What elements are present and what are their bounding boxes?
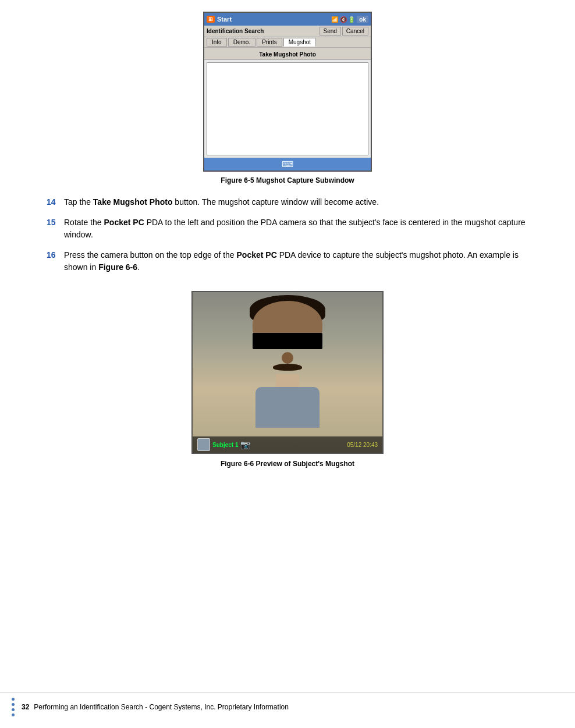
step-16: 16 Press the camera button on the top ed… <box>47 249 540 274</box>
step-16-number: 16 <box>47 249 64 274</box>
ok-button[interactable]: ok <box>357 16 368 23</box>
status-left: Subject 1 📷 <box>197 438 250 451</box>
bold-take-mugshot: Take Mugshot Photo <box>93 197 173 207</box>
tab-demo[interactable]: Demo. <box>228 38 255 47</box>
footer-dot-3 <box>12 708 15 711</box>
tab-prints[interactable]: Prints <box>257 38 282 47</box>
subject-label: Subject 1 <box>212 442 238 448</box>
page-number: 32 <box>22 703 29 711</box>
face-shirt <box>255 387 320 428</box>
windows-logo: ⊞ <box>207 16 215 23</box>
thumbnail-icon <box>197 438 210 451</box>
title-bar-right: 📶 🔇 🔋 ok <box>331 16 368 23</box>
page-footer: 32 Performing an Identification Search -… <box>0 693 575 716</box>
title-bar-left: ⊞ Start <box>207 16 232 23</box>
camera-icon: 📷 <box>240 440 250 449</box>
step-15-number: 15 <box>47 216 64 241</box>
cancel-button[interactable]: Cancel <box>342 27 368 35</box>
footer-dot-2 <box>12 703 15 706</box>
steps-container: 14 Tap the Take Mugshot Photo button. Th… <box>47 196 540 274</box>
device-screenshot-bottom: Subject 1 📷 05/12 20:43 <box>35 291 540 454</box>
bold-pocket-pc-15: Pocket PC <box>104 218 144 227</box>
face-nose <box>282 352 293 364</box>
step-16-text: Press the camera button on the top edge … <box>64 249 540 274</box>
timestamp-label: 05/12 20:43 <box>347 442 378 448</box>
start-label: Start <box>217 16 232 23</box>
device-frame-top: ⊞ Start 📶 🔇 🔋 ok Identification Search S… <box>203 12 372 172</box>
device-status-bar-bottom: Subject 1 📷 05/12 20:43 <box>193 436 382 453</box>
take-mugshot-label: Take Mugshot Photo <box>259 51 316 58</box>
keyboard-icon: ⌨ <box>282 159 293 169</box>
device-tab-bar: Info Demo. Prints Mugshot <box>204 37 371 48</box>
device-title-bar: ⊞ Start 📶 🔇 🔋 ok <box>204 13 371 26</box>
step-14-text: Tap the Take Mugshot Photo button. The m… <box>64 196 540 208</box>
tab-info[interactable]: Info <box>207 38 227 47</box>
device-content-area <box>207 62 368 155</box>
page-container: ⊞ Start 📶 🔇 🔋 ok Identification Search S… <box>0 0 575 728</box>
device-bottom-bar: ⌨ <box>204 158 371 171</box>
face-mustache <box>273 364 302 371</box>
figure-top-caption: Figure 6-5 Mugshot Capture Subwindow <box>35 176 540 184</box>
bold-pocket-pc-16: Pocket PC <box>237 250 277 260</box>
figure-bottom-caption: Figure 6-6 Preview of Subject's Mugshot <box>35 460 540 468</box>
send-button[interactable]: Send <box>320 27 341 35</box>
step-15: 15 Rotate the Pocket PC PDA to the left … <box>47 216 540 241</box>
footer-dots <box>12 698 15 716</box>
footer-dot-4 <box>12 713 15 716</box>
signal-icons: 📶 🔇 🔋 <box>331 16 356 23</box>
tab-mugshot[interactable]: Mugshot <box>283 38 316 47</box>
footer-text: Performing an Identification Search - Co… <box>34 703 289 711</box>
menu-right: Send Cancel <box>320 27 369 35</box>
device-action-bar: Take Mugshot Photo <box>204 48 371 60</box>
device-frame-bottom: Subject 1 📷 05/12 20:43 <box>191 291 384 454</box>
step-14-number: 14 <box>47 196 64 208</box>
device-menu-bar: Identification Search Send Cancel <box>204 26 371 37</box>
step-15-text: Rotate the Pocket PC PDA to the left and… <box>64 216 540 241</box>
status-right: 05/12 20:43 <box>347 442 378 448</box>
footer-dot-1 <box>12 698 15 701</box>
menu-left: Identification Search <box>207 28 264 34</box>
bold-figure-ref: Figure 6-6 <box>98 262 137 272</box>
device-screenshot-top: ⊞ Start 📶 🔇 🔋 ok Identification Search S… <box>35 12 540 172</box>
face-redaction-bar <box>253 333 322 349</box>
mugshot-face <box>241 301 334 429</box>
face-head <box>253 301 322 347</box>
identification-search-label: Identification Search <box>207 28 264 34</box>
step-14: 14 Tap the Take Mugshot Photo button. Th… <box>47 196 540 208</box>
mugshot-background: Subject 1 📷 05/12 20:43 <box>193 292 382 453</box>
